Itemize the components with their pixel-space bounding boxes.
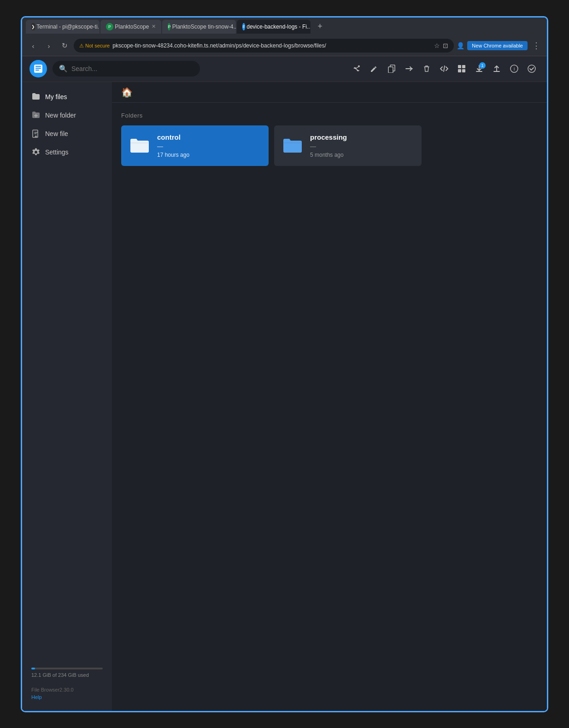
reload-button[interactable]: ↻	[58, 39, 71, 52]
upload-button[interactable]	[489, 61, 504, 77]
new-chrome-button[interactable]: New Chrome available	[467, 41, 528, 50]
folder-dash-processing: —	[310, 143, 347, 150]
toolbar-actions: 1 i	[349, 61, 540, 77]
folder-name-processing: processing	[310, 133, 347, 141]
sidebar-item-settings[interactable]: Settings	[22, 143, 112, 161]
folder-icon-control	[129, 136, 150, 155]
search-icon: 🔍	[59, 65, 68, 73]
folder-date-control: 17 hours ago	[157, 152, 189, 158]
svg-rect-1	[35, 66, 41, 67]
new-folder-icon	[31, 111, 41, 120]
svg-text:i: i	[514, 66, 515, 71]
folder-card-processing[interactable]: processing — 5 months ago	[274, 125, 422, 166]
version-section: File Browser2.30.0 Help	[22, 683, 112, 705]
warning-icon: ⚠	[79, 43, 84, 49]
sidebar-item-my-files[interactable]: My files	[22, 88, 112, 106]
new-tab-button[interactable]: +	[313, 20, 326, 33]
my-files-label: My files	[45, 93, 67, 101]
sidebar-item-new-folder[interactable]: New folder	[22, 106, 112, 124]
profile-icon[interactable]: 👤	[457, 42, 464, 49]
new-folder-label: New folder	[45, 112, 76, 119]
main-layout: My files New folder New file Settings	[22, 82, 547, 711]
tab-planktoscope1[interactable]: P PlanktoScope ✕	[100, 20, 161, 34]
new-file-icon	[31, 129, 41, 138]
select-all-button[interactable]	[524, 61, 540, 77]
storage-text: 12.1 GiB of 234 GiB used	[31, 672, 103, 678]
not-secure-label: Not secure	[85, 43, 110, 48]
svg-rect-6	[458, 65, 461, 68]
code-button[interactable]	[436, 61, 452, 77]
folder-info-control: control — 17 hours ago	[157, 133, 189, 158]
back-button[interactable]: ‹	[27, 39, 40, 52]
svg-rect-3	[35, 70, 39, 71]
tab-planktoscope1-label: PlanktoScope	[115, 24, 149, 30]
app-logo	[29, 60, 47, 77]
not-secure-indicator: ⚠ Not secure	[79, 43, 110, 49]
svg-rect-8	[458, 69, 461, 72]
favicon-terminal: ❯	[31, 23, 35, 30]
star-icon[interactable]: ☆	[434, 42, 440, 49]
folder-card-control[interactable]: control — 17 hours ago	[121, 125, 269, 166]
settings-label: Settings	[45, 148, 69, 156]
breadcrumb-home[interactable]: 🏠	[121, 87, 133, 98]
app-content: 🔍	[22, 56, 547, 711]
tab-terminal[interactable]: ❯ Terminal - pi@pkscope-ti... ✕	[26, 20, 100, 34]
close-tab-planktoscope1[interactable]: ✕	[152, 24, 156, 30]
edit-button[interactable]	[366, 61, 382, 77]
tab-bar: ❯ Terminal - pi@pkscope-ti... ✕ P Plankt…	[22, 18, 547, 36]
favicon-device-backend: F	[242, 23, 245, 30]
version-text: File Browser2.30.0	[31, 686, 103, 694]
download-badge: 1	[479, 62, 486, 69]
storage-bar-fill	[31, 668, 35, 669]
forward-button[interactable]: ›	[42, 39, 55, 52]
help-link[interactable]: Help	[31, 694, 103, 700]
favicon-planktoscope2: P	[168, 23, 170, 30]
new-file-label: New file	[45, 130, 68, 137]
browser-window: ❯ Terminal - pi@pkscope-ti... ✕ P Plankt…	[21, 16, 548, 712]
tab-terminal-label: Terminal - pi@pkscope-ti...	[36, 24, 100, 30]
app-toolbar: 🔍	[22, 56, 547, 82]
tab-planktoscope2[interactable]: P PlanktoScope tin-snow-4... ✕	[162, 20, 236, 34]
my-files-icon	[31, 92, 41, 101]
extensions-icon[interactable]: ⊡	[443, 42, 448, 49]
address-right-icons: 👤 New Chrome available ⋮	[457, 41, 542, 51]
download-button[interactable]: 1	[471, 61, 487, 77]
search-input[interactable]	[71, 65, 194, 72]
address-input-wrap[interactable]: ⚠ Not secure pkscope-tin-snow-48234.coho…	[74, 39, 454, 53]
share-button[interactable]	[349, 61, 364, 77]
folder-info-processing: processing — 5 months ago	[310, 133, 347, 158]
folder-icon-wrap-processing	[282, 136, 303, 156]
folders-section-label: Folders	[121, 112, 538, 119]
svg-rect-9	[462, 69, 465, 72]
search-bar[interactable]: 🔍	[53, 61, 200, 77]
file-area: 🏠 Folders	[112, 82, 547, 711]
breadcrumb-bar: 🏠	[112, 82, 547, 103]
tab-planktoscope2-label: PlanktoScope tin-snow-4...	[172, 24, 236, 30]
storage-bar	[31, 668, 103, 669]
settings-icon	[31, 148, 41, 157]
copy-button[interactable]	[384, 61, 399, 77]
folders-grid: control — 17 hours ago	[121, 125, 538, 166]
folder-date-processing: 5 months ago	[310, 152, 347, 158]
folder-icon-processing	[282, 136, 303, 155]
address-bar: ‹ › ↻ ⚠ Not secure pkscope-tin-snow-4823…	[22, 36, 547, 56]
logo-icon	[33, 64, 43, 74]
folder-name-control: control	[157, 133, 189, 141]
sidebar: My files New folder New file Settings	[22, 82, 112, 711]
svg-rect-2	[35, 68, 41, 69]
browser-menu-button[interactable]: ⋮	[530, 41, 542, 51]
folder-icon-wrap-control	[129, 136, 150, 156]
info-button[interactable]: i	[506, 61, 522, 77]
sidebar-item-new-file[interactable]: New file	[22, 124, 112, 143]
address-text[interactable]: pkscope-tin-snow-48234.coho-kitefin.ts.n…	[112, 42, 431, 49]
svg-rect-5	[388, 67, 393, 73]
file-content: Folders control	[112, 103, 547, 711]
grid-button[interactable]	[454, 61, 469, 77]
tab-device-backend[interactable]: F device-backend-logs - Fi... ✕	[237, 20, 311, 34]
folder-dash-control: —	[157, 143, 189, 150]
delete-button[interactable]	[419, 61, 434, 77]
move-button[interactable]	[401, 61, 417, 77]
storage-section: 12.1 GiB of 234 GiB used	[22, 662, 112, 683]
tab-device-backend-label: device-backend-logs - Fi...	[246, 24, 311, 30]
svg-rect-7	[462, 65, 465, 68]
